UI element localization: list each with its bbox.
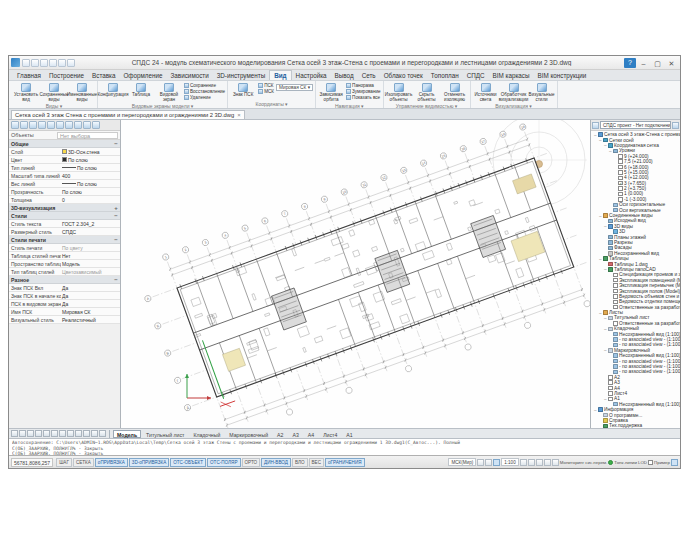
document-tab[interactable]: Сетка осей 3 этаж Стена с проемами и пер… (11, 110, 245, 119)
close-button[interactable]: ✕ (665, 58, 678, 68)
property-row[interactable]: Тип линийПо слою (9, 164, 120, 172)
tree-checkbox[interactable] (608, 380, 613, 385)
tree-checkbox[interactable] (618, 186, 623, 191)
layout-nav-icon[interactable] (67, 430, 74, 437)
property-row[interactable]: ПрозрачностьПо слою (9, 188, 120, 196)
clean-screen-icon[interactable] (671, 459, 678, 466)
tree-checkbox[interactable] (613, 273, 618, 278)
save-file-icon[interactable] (40, 59, 48, 67)
quick-select-icon[interactable] (20, 121, 28, 129)
tree-checkbox[interactable] (608, 397, 613, 402)
layout-tab-Кладочный[interactable]: Кладочный (189, 430, 224, 438)
section-toggle-icon[interactable]: + (112, 205, 120, 211)
pin-icon[interactable] (65, 121, 73, 129)
ribbon-tab-Построение[interactable]: Построение (45, 71, 88, 80)
layout-tab-Маркировочный[interactable]: Маркировочный (225, 430, 272, 438)
property-row[interactable]: Масштаб типа линий400 (9, 172, 120, 180)
property-row[interactable]: Стиль печатиПо цвету (9, 244, 120, 252)
layout-tab-А3[interactable]: А3 (288, 430, 302, 438)
toggle-ВЛО[interactable]: ВЛО (292, 458, 308, 467)
property-row[interactable]: Имя ПСКМировая СК (9, 308, 120, 316)
property-row[interactable]: Слой3D-Осн.стена (9, 148, 120, 156)
layout-nav-icon[interactable] (91, 430, 98, 437)
select-icon[interactable] (11, 121, 19, 129)
tree-checkbox[interactable] (618, 170, 623, 175)
ribbon-tab-3D-инструменты[interactable]: 3D-инструменты (213, 71, 269, 80)
ribbon-button[interactable]: Конфигурация (100, 82, 126, 98)
command-line[interactable]: Автосохранение: C:\Users\ADMIN~1.ROG\App… (9, 438, 680, 455)
filter-icon[interactable] (29, 121, 37, 129)
ribbon-small-button[interactable]: Удаление (184, 95, 225, 100)
layout-nav-icon[interactable] (83, 430, 90, 437)
layout-tab-А2[interactable]: А2 (273, 430, 287, 438)
tree-checkbox[interactable] (608, 386, 613, 391)
toggle-ДИН-ВВОД[interactable]: ДИН-ВВОД (261, 458, 291, 467)
layout-nav-icon[interactable] (51, 430, 58, 437)
layout-tab-А4[interactable]: А4 (304, 430, 318, 438)
property-row[interactable]: Стиль текстаГОСТ 2.304_2 (9, 220, 120, 228)
selection-cycling-icon[interactable] (477, 459, 484, 466)
ribbon-small-button[interactable]: Показать все (346, 95, 380, 100)
toggle-СЕТКА[interactable]: СЕТКА (73, 458, 94, 467)
refresh-icon[interactable] (83, 121, 91, 129)
property-row[interactable]: Пространство таблиц ст...Модель (9, 260, 120, 268)
sample-checkbox[interactable] (648, 460, 653, 465)
gear-icon[interactable] (74, 121, 82, 129)
ribbon-tab-Вывод[interactable]: Вывод (331, 71, 358, 80)
crosshair-icon[interactable] (493, 459, 500, 466)
section-toggle-icon[interactable]: − (112, 277, 120, 283)
property-row[interactable]: Знак ПСК ВклДа (9, 284, 120, 292)
toggle-ШАГ[interactable]: ШАГ (56, 458, 72, 467)
ribbon-button[interactable]: Источники света (473, 82, 499, 103)
ribbon-button[interactable]: Отменить изоляцию (442, 82, 468, 103)
property-row[interactable]: Тип таблиц стилейЦветозависимый (9, 268, 120, 276)
property-row[interactable]: Визуальный стильРеалистичный (9, 316, 120, 324)
ribbon-button[interactable]: Знак ПСК (230, 82, 256, 98)
ribbon-button[interactable]: Видовой экран (156, 82, 182, 103)
toggle-оГРАНИЧЕНИЯ[interactable]: оГРАНИЧЕНИЯ (325, 458, 365, 467)
ribbon-button[interactable]: Обработчик визуализации (501, 82, 527, 103)
tree-checkbox[interactable] (618, 154, 623, 159)
match-icon[interactable] (56, 121, 64, 129)
ribbon-small-button[interactable]: Зумирование (346, 89, 380, 94)
project-refresh-icon[interactable] (592, 122, 599, 129)
property-row[interactable]: ПСК в видовом экранеДа (9, 300, 120, 308)
ribbon-tab-Настройка[interactable]: Настройка (292, 71, 331, 80)
ribbon-tab-BIM каркасы[interactable]: BIM каркасы (489, 71, 534, 80)
print-icon[interactable] (49, 59, 57, 67)
tree-checkbox[interactable] (618, 197, 623, 202)
tree-checkbox[interactable] (618, 159, 623, 164)
layout-nav-icon[interactable] (43, 430, 50, 437)
ribbon-tab-Облако точек[interactable]: Облако точек (380, 71, 427, 80)
maximize-button[interactable]: ▢ (651, 58, 664, 68)
new-file-icon[interactable] (22, 59, 30, 67)
ribbon-button[interactable]: Именованные виды (69, 82, 95, 103)
ribbon-button[interactable]: Сохраненные виды (41, 82, 67, 103)
layout-tab-Титульный лист[interactable]: Титульный лист (142, 430, 188, 438)
ribbon-button[interactable]: Скрыть объекты (414, 82, 440, 103)
ribbon-button[interactable]: Изолировать объекты (386, 82, 412, 103)
layout-nav-icon[interactable] (99, 430, 106, 437)
property-section[interactable]: Стили печати− (9, 236, 120, 244)
property-row[interactable]: Вес линийПо слою (9, 180, 120, 188)
tree-checkbox[interactable] (613, 300, 618, 305)
layers-icon[interactable] (47, 121, 55, 129)
toggle-ОРТО[interactable]: ОРТО (242, 458, 261, 467)
copy-props-icon[interactable] (38, 121, 46, 129)
tree-checkbox[interactable] (608, 391, 613, 396)
document-tab-close-icon[interactable]: × (237, 112, 241, 118)
selection-value-dropdown[interactable]: Нет выбора (57, 132, 118, 139)
tree-checkbox[interactable] (613, 278, 618, 283)
ribbon-tab-Сеть[interactable]: Сеть (358, 71, 380, 80)
ribbon-tab-Вид[interactable]: Вид (269, 70, 291, 80)
property-section[interactable]: Разное− (9, 276, 120, 284)
property-section[interactable]: Стили− (9, 212, 120, 220)
ribbon-button[interactable]: Зависимая орбита (318, 82, 344, 103)
scale-selector[interactable]: 1:100 (501, 458, 519, 466)
ribbon-tab-Вставка[interactable]: Вставка (88, 71, 119, 80)
tree-checkbox[interactable] (618, 176, 623, 181)
help-button[interactable]: ? (624, 58, 636, 68)
select-window-icon[interactable] (544, 459, 551, 466)
property-row[interactable]: Знак ПСК в начале коор...Да (9, 292, 120, 300)
snap-marker-icon[interactable] (485, 459, 492, 466)
